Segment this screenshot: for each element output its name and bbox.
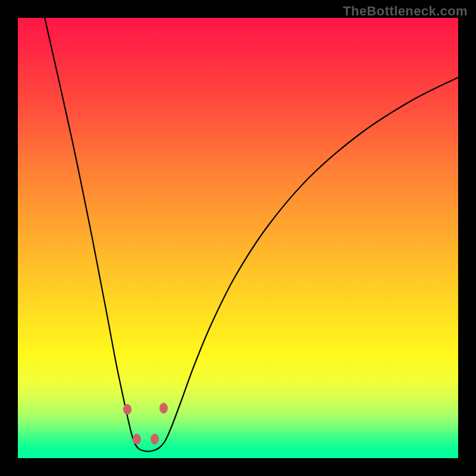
data-marker <box>151 434 159 444</box>
data-marker <box>133 434 141 444</box>
chart-plot-area <box>18 18 458 458</box>
data-marker <box>159 403 168 414</box>
data-marker <box>123 404 131 415</box>
series-group <box>44 18 458 452</box>
marker-group <box>123 403 168 444</box>
chart-container: TheBottleneck.com <box>0 0 476 476</box>
bottleneck-curve <box>44 18 458 452</box>
chart-svg <box>18 18 458 458</box>
attribution-text: TheBottleneck.com <box>343 4 468 19</box>
